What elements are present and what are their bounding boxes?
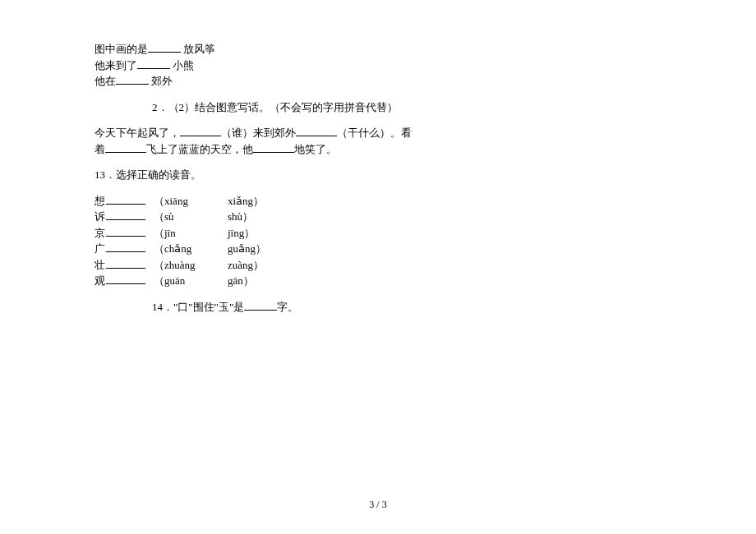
blank bbox=[137, 58, 170, 69]
blank bbox=[148, 42, 181, 53]
pinyin-char: 广 bbox=[94, 241, 106, 257]
pinyin-char: 壮 bbox=[94, 257, 106, 274]
pinyin-options: （zhuàngzuàng） bbox=[154, 257, 264, 274]
pinyin-row-1: 诉（sùshù） bbox=[94, 209, 444, 225]
pinyin-options: （sùshù） bbox=[154, 209, 253, 225]
blank bbox=[106, 274, 145, 284]
blank bbox=[105, 142, 146, 153]
blank bbox=[253, 142, 294, 153]
pinyin-row-3: 广（chǎngguǎng） bbox=[94, 241, 444, 257]
pinyin-options: （jīnjīng） bbox=[154, 225, 255, 242]
pinyin-char: 诉 bbox=[94, 209, 106, 225]
q1-line3-prefix: 他在 bbox=[94, 75, 116, 87]
pinyin-char: 京 bbox=[94, 225, 106, 242]
q1-line2: 他来到了 小熊 bbox=[94, 58, 444, 74]
blank bbox=[116, 74, 149, 85]
q14-number: 14． bbox=[152, 301, 173, 313]
blank bbox=[106, 258, 145, 269]
blank bbox=[180, 126, 221, 136]
pinyin-row-4: 壮（zhuàngzuàng） bbox=[94, 257, 444, 274]
pinyin-options: （guāngān） bbox=[154, 273, 254, 289]
q2-number: 2． bbox=[152, 101, 168, 113]
q1-line3: 他在 郊外 bbox=[94, 73, 444, 90]
q1-line2-prefix: 他来到了 bbox=[94, 59, 137, 71]
q2-l2-p1: 着 bbox=[94, 143, 105, 155]
q2-text-line2: 着飞上了蓝蓝的天空，他地笑了。 bbox=[94, 141, 444, 158]
blank bbox=[106, 242, 145, 252]
q13-title: 13．选择正确的读音。 bbox=[94, 167, 444, 183]
q2-text-line1: 今天下午起风了，（谁）来到郊外（干什么）。看 bbox=[94, 125, 444, 141]
q14-p2: 字。 bbox=[277, 301, 298, 313]
pinyin-char: 观 bbox=[94, 273, 106, 289]
pinyin-char: 想 bbox=[94, 193, 106, 209]
page-number: 3 / 3 bbox=[0, 499, 756, 511]
blank bbox=[296, 126, 337, 136]
pinyin-row-2: 京（jīnjīng） bbox=[94, 225, 444, 242]
q2-l2-p2: 飞上了蓝蓝的天空，他 bbox=[146, 143, 253, 155]
blank bbox=[244, 300, 277, 311]
pinyin-row-0: 想（xiāngxiǎng） bbox=[94, 193, 444, 209]
q2-title-text: （2）结合图意写话。（不会写的字用拼音代替） bbox=[168, 101, 399, 113]
pinyin-options: （xiāngxiǎng） bbox=[154, 193, 264, 209]
pinyin-options: （chǎngguǎng） bbox=[154, 241, 266, 257]
pinyin-row-5: 观（guāngān） bbox=[94, 273, 444, 289]
q2-title: 2．（2）结合图意写话。（不会写的字用拼音代替） bbox=[94, 99, 444, 116]
q14-p1: "口"围住"玉"是 bbox=[173, 301, 244, 313]
q1-line2-suffix: 小熊 bbox=[170, 59, 194, 71]
q1-line1-prefix: 图中画的是 bbox=[94, 43, 148, 55]
blank bbox=[106, 226, 145, 237]
blank bbox=[106, 194, 145, 205]
q1-line1-suffix: 放风筝 bbox=[181, 43, 215, 55]
q2-l2-p3: 地笑了。 bbox=[294, 143, 337, 155]
q2-p2: （谁）来到郊外 bbox=[221, 127, 296, 139]
blank bbox=[106, 209, 145, 220]
q1-line1: 图中画的是 放风筝 bbox=[94, 41, 444, 58]
q1-line3-suffix: 郊外 bbox=[149, 75, 173, 87]
q14-line: 14．"口"围住"玉"是字。 bbox=[94, 299, 444, 315]
q2-p1: 今天下午起风了， bbox=[94, 127, 180, 139]
q2-p3: （干什么）。看 bbox=[337, 127, 412, 139]
